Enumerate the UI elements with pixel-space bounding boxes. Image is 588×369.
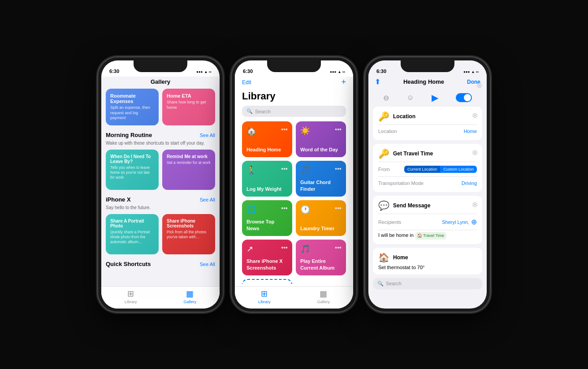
news-dots[interactable]: ••• <box>281 205 288 212</box>
gallery-scroll[interactable]: Roommate Expenses Split an expense, then… <box>101 89 220 298</box>
remind-card[interactable]: Remind Me at work Set a reminder for at … <box>162 150 215 190</box>
leave-card[interactable]: When Do I Need To Leave By? Tells you wh… <box>106 150 159 190</box>
location-action-title: Location <box>393 113 415 120</box>
portrait-card-desc: Quickly share a Portrait Mode photo from… <box>110 230 154 245</box>
gallery-tab-icon-1: ▦ <box>186 289 194 299</box>
hero-card-roommate[interactable]: Roommate Expenses Split an expense, then… <box>106 89 159 125</box>
portrait-card[interactable]: Share A Portrait Photo Quickly share a P… <box>106 214 159 254</box>
edit-button[interactable]: Edit <box>242 79 251 86</box>
add-recipient-button[interactable]: ⊕ <box>471 218 477 226</box>
minus-button[interactable]: ⊖ <box>383 94 389 102</box>
heading-home-dots[interactable]: ••• <box>281 126 288 133</box>
library-title: Library <box>235 90 353 106</box>
grid-card-share-screenshots[interactable]: ↗ ••• Share iPhone X Screenshots <box>242 240 292 275</box>
home-action-desc: Set thermostat to 70° <box>378 265 477 270</box>
travel-close-button[interactable]: ⊗ <box>472 148 478 157</box>
screenshots-card-title: Share iPhone Screenshots <box>167 219 211 228</box>
transport-value[interactable]: Driving <box>462 180 477 186</box>
grid-card-news[interactable]: 🌐 ••• Browse Top News <box>242 200 292 236</box>
phone3-screen: ⬆ Heading Home Done ⊖ ☺ ▶ 🔑 Location <box>368 77 487 309</box>
wifi-icon-3: ▲ <box>471 70 475 74</box>
album-dots[interactable]: ••• <box>335 244 342 251</box>
battery-icon-1: ▪▪ <box>209 70 212 74</box>
quick-shortcuts-see-all[interactable]: See All <box>200 262 215 267</box>
location-value[interactable]: Home <box>464 129 477 134</box>
heading-home-title: Heading Home <box>246 146 288 153</box>
library-header-bar: Edit + <box>235 77 353 90</box>
travel-action-card: 🔑 Get Travel Time ⊗ From Current Locatio… <box>373 144 482 192</box>
laundry-dots[interactable]: ••• <box>335 205 342 212</box>
location-row: Location Home <box>378 127 477 136</box>
tab-gallery-2[interactable]: ▦ Gallery <box>317 289 330 304</box>
share-dots[interactable]: ••• <box>281 244 288 251</box>
phone3-search[interactable]: 🔍 Search <box>373 278 482 289</box>
screenshots-card[interactable]: Share iPhone Screenshots Pick from all t… <box>162 214 215 254</box>
toggle-switch[interactable] <box>456 93 472 102</box>
album-icon: 🎵 <box>300 244 310 254</box>
phone2-screen: Edit + Library 🔍 Search 🏠 ••• Heading Ho… <box>235 77 353 309</box>
battery-icon-3: ▪▪ <box>476 70 479 74</box>
grid-card-guitar[interactable]: 🎵 ••• Guitar Chord Finder <box>296 161 346 197</box>
word-icon: ☀️ <box>300 126 310 136</box>
current-location-btn[interactable]: Current Location <box>404 166 441 173</box>
play-button[interactable]: ▶ <box>432 92 438 103</box>
news-title: Browse Top News <box>246 219 288 232</box>
library-search[interactable]: 🔍 Search <box>242 106 346 117</box>
hero-card-home-eta[interactable]: Home ETA Share how long to get home <box>162 89 215 125</box>
grid-card-guitar-top: 🎵 ••• <box>300 165 342 175</box>
share-screenshots-title: Share iPhone X Screenshots <box>246 258 288 271</box>
location-close-button[interactable]: ⊗ <box>472 111 478 120</box>
phone1-frame: 6:30 ●●● ▲ ▪▪ Gallery Roommate Expenses … <box>98 57 223 312</box>
from-label: From <box>378 167 390 172</box>
remind-card-title: Remind Me at work <box>167 154 211 159</box>
grid-card-word-of-day[interactable]: ☀️ ••• Word of the Day <box>296 121 346 157</box>
message-close-button[interactable]: ⊗ <box>472 200 478 209</box>
status-time-3: 6:30 <box>376 69 386 74</box>
tab-library-2[interactable]: ⊞ Library <box>258 289 271 304</box>
home-action-title: Home <box>393 254 408 261</box>
guitar-dots[interactable]: ••• <box>335 165 342 172</box>
message-action-icon: 💬 <box>378 200 389 211</box>
weight-title: Log My Weight <box>246 186 288 192</box>
smiley-button[interactable]: ☺ <box>406 94 414 102</box>
morning-routine-title: Morning Routine <box>106 132 152 138</box>
hero-cards: Roommate Expenses Split an expense, then… <box>106 89 215 125</box>
library-grid: 🏠 ••• Heading Home ☀️ ••• Word of the Da… <box>235 121 353 284</box>
create-shortcut-card[interactable]: Create Shortcut + <box>242 279 292 284</box>
status-time-2: 6:30 <box>243 69 253 74</box>
iphonex-see-all[interactable]: See All <box>200 197 215 202</box>
share-button[interactable]: ⬆ <box>375 77 380 86</box>
phone3-frame: 6:30 ●●● ▲ ▪▪ ⬆ Heading Home Done ⊖ ☺ ▶ <box>365 57 490 312</box>
morning-routine-see-all[interactable]: See All <box>200 133 215 138</box>
notch2 <box>267 60 321 72</box>
weight-dots[interactable]: ••• <box>281 165 288 172</box>
message-action-card: 💬 Send Message ⊗ Recipients Sheryl Lynn,… <box>373 196 482 244</box>
tab-gallery-1[interactable]: ▦ Gallery <box>183 289 196 304</box>
grid-card-log-weight[interactable]: 🚶 ••• Log My Weight <box>242 161 292 197</box>
grid-card-laundry[interactable]: 🕐 ••• Laundry Timer <box>296 200 346 236</box>
detail-header: ⬆ Heading Home Done <box>368 77 487 90</box>
signal-icon-2: ●●● <box>330 70 337 74</box>
travel-time-badge: 🏠 Travel Time <box>415 232 446 240</box>
word-dots[interactable]: ••• <box>335 126 342 133</box>
wifi-icon-1: ▲ <box>204 70 208 74</box>
add-shortcut-button[interactable]: + <box>341 77 346 87</box>
travel-action-icon: 🔑 <box>378 148 389 159</box>
location-label: Location <box>378 129 397 134</box>
notch1 <box>134 60 187 72</box>
remind-card-desc: Set a reminder for at work <box>167 160 211 165</box>
morning-routine-header: Morning Routine See All <box>106 132 215 138</box>
recipient-name[interactable]: Sheryl Lynn, <box>442 219 469 225</box>
detail-scroll[interactable]: 🔑 Location ⊗ Location Home 🔑 <box>368 107 487 289</box>
custom-location-btn[interactable]: Custom Location <box>440 166 477 173</box>
grid-card-album-top: 🎵 ••• <box>300 244 342 254</box>
status-icons-1: ●●● ▲ ▪▪ <box>196 70 212 74</box>
travel-action-title: Get Travel Time <box>393 150 433 157</box>
transport-row: Transportation Mode Driving <box>378 179 477 188</box>
grid-card-heading-home[interactable]: 🏠 ••• Heading Home <box>242 121 292 157</box>
home-action-card: 🏠 Home ⊗ Set thermostat to 70° <box>373 248 482 275</box>
grid-card-album[interactable]: 🎵 ••• Play Entire Current Album <box>296 240 346 275</box>
library-tab-label-1: Library <box>125 300 137 304</box>
tab-library-1[interactable]: ⊞ Library <box>125 289 137 304</box>
grid-card-heading-home-top: 🏠 ••• <box>246 126 288 136</box>
